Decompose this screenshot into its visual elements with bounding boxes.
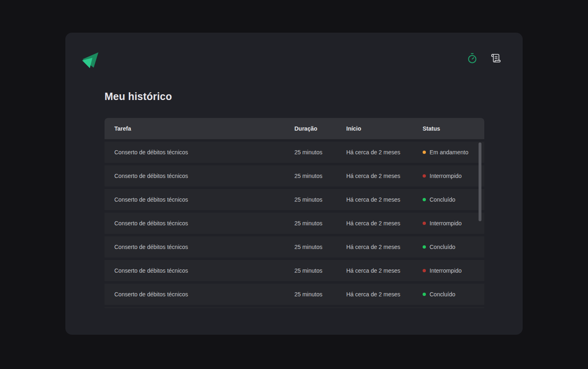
cell-inicio: Há cerca de 2 meses bbox=[346, 149, 400, 156]
status-dot bbox=[423, 198, 426, 201]
table-row[interactable]: Conserto de débitos técnicos 25 minutos … bbox=[105, 165, 484, 187]
brand-logo[interactable] bbox=[81, 51, 99, 69]
page-title: Meu histórico bbox=[105, 91, 172, 102]
status-label: Em andamento bbox=[430, 149, 468, 156]
cell-status: Concluído bbox=[423, 244, 455, 250]
cell-inicio: Há cerca de 2 meses bbox=[346, 196, 400, 203]
status-dot bbox=[423, 222, 426, 225]
status-label: Interrompido bbox=[430, 220, 462, 227]
cell-inicio: Há cerca de 2 meses bbox=[346, 291, 400, 298]
table-row[interactable]: Conserto de débitos técnicos 25 minutos … bbox=[105, 142, 484, 163]
cell-duracao: 25 minutos bbox=[294, 220, 322, 227]
status-dot bbox=[423, 151, 426, 154]
column-header-status: Status bbox=[423, 125, 440, 132]
cell-status: Interrompido bbox=[423, 220, 462, 227]
status-label: Concluído bbox=[430, 244, 455, 250]
cell-inicio: Há cerca de 2 meses bbox=[346, 267, 400, 274]
cell-status: Interrompido bbox=[423, 267, 462, 274]
cell-tarefa: Conserto de débitos técnicos bbox=[114, 267, 188, 274]
table-row[interactable]: Conserto de débitos técnicos 25 minutos … bbox=[105, 213, 484, 234]
cell-tarefa: Conserto de débitos técnicos bbox=[114, 244, 188, 250]
status-dot bbox=[423, 269, 426, 272]
cell-tarefa: Conserto de débitos técnicos bbox=[114, 173, 188, 179]
paper-plane-logo-icon bbox=[81, 51, 99, 69]
status-label: Interrompido bbox=[430, 267, 462, 274]
status-label: Concluído bbox=[430, 291, 455, 298]
cell-tarefa: Conserto de débitos técnicos bbox=[114, 149, 188, 156]
timer-icon bbox=[467, 53, 478, 64]
table-row[interactable]: Conserto de débitos técnicos 25 minutos … bbox=[105, 284, 484, 305]
status-dot bbox=[423, 293, 426, 296]
cell-duracao: 25 minutos bbox=[294, 267, 322, 274]
column-header-inicio: Início bbox=[346, 125, 361, 132]
cell-duracao: 25 minutos bbox=[294, 244, 322, 250]
cell-duracao: 25 minutos bbox=[294, 291, 322, 298]
history-table: Tarefa Duração Início Status Conserto de… bbox=[105, 118, 484, 308]
scroll-text-icon bbox=[491, 53, 501, 63]
cell-inicio: Há cerca de 2 meses bbox=[346, 220, 400, 227]
status-label: Concluído bbox=[430, 196, 455, 203]
column-header-tarefa: Tarefa bbox=[114, 125, 131, 132]
table-scrollbar-thumb[interactable] bbox=[479, 142, 481, 221]
table-header-row: Tarefa Duração Início Status bbox=[105, 118, 484, 139]
cell-tarefa: Conserto de débitos técnicos bbox=[114, 291, 188, 298]
history-card: Meu histórico Tarefa Duração Início Stat… bbox=[65, 33, 523, 335]
cell-duracao: 25 minutos bbox=[294, 149, 322, 156]
cell-tarefa: Conserto de débitos técnicos bbox=[114, 196, 188, 203]
history-log-button[interactable] bbox=[490, 53, 501, 64]
cell-tarefa: Conserto de débitos técnicos bbox=[114, 220, 188, 227]
status-label: Interrompido bbox=[430, 173, 462, 179]
table-row[interactable]: Conserto de débitos técnicos 25 minutos … bbox=[105, 236, 484, 258]
column-header-duracao: Duração bbox=[294, 125, 317, 132]
status-dot bbox=[423, 174, 426, 178]
cell-status: Interrompido bbox=[423, 173, 462, 179]
cell-status: Concluído bbox=[423, 196, 455, 203]
status-dot bbox=[423, 245, 426, 249]
cell-status: Em andamento bbox=[423, 149, 468, 156]
cell-inicio: Há cerca de 2 meses bbox=[346, 244, 400, 250]
cell-status: Concluído bbox=[423, 291, 455, 298]
cell-inicio: Há cerca de 2 meses bbox=[346, 173, 400, 179]
table-row[interactable]: Conserto de débitos técnicos 25 minutos … bbox=[105, 260, 484, 281]
cell-duracao: 25 minutos bbox=[294, 173, 322, 179]
timer-button[interactable] bbox=[467, 53, 478, 64]
table-row[interactable]: Conserto de débitos técnicos 25 minutos … bbox=[105, 189, 484, 210]
topbar-actions bbox=[467, 53, 501, 64]
table-row-partial[interactable] bbox=[105, 307, 484, 308]
cell-duracao: 25 minutos bbox=[294, 196, 322, 203]
